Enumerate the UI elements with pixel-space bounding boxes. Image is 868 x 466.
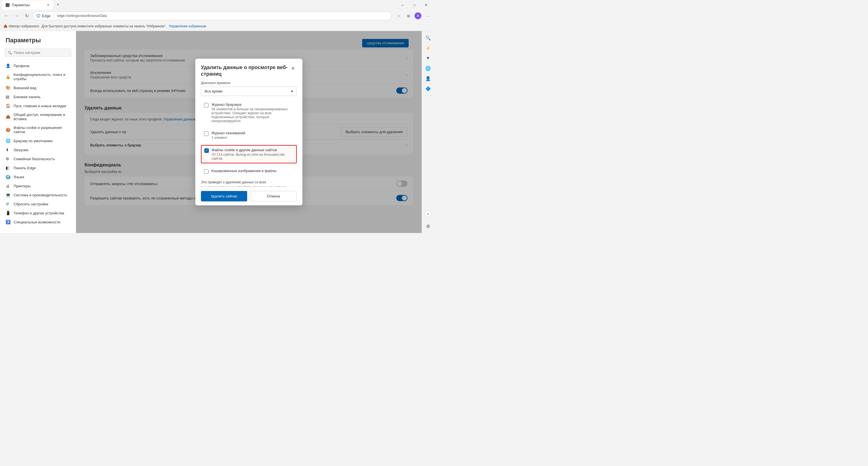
import-icon: 📥: [3, 24, 8, 28]
cookies-desc: От 114 сайтов. Выход из сети на большинс…: [212, 153, 293, 161]
browser-content: Параметры 🔍 👤 Профили 🔒 Конфиденциальнос…: [0, 31, 434, 233]
cache-checkbox-item[interactable]: Кэшированные изображения и файлы: [201, 166, 297, 176]
downloads-desc: 1 элемент: [211, 136, 293, 140]
sidebar-item-newtab[interactable]: 🏠 Пуск, главная и новые вкладки: [0, 101, 76, 110]
sidebar-item-label: Семейная безопасность: [13, 157, 55, 161]
minimize-button[interactable]: ─: [397, 1, 408, 9]
time-range-label: Диапазон времени: [201, 81, 297, 85]
cache-checkbox[interactable]: [204, 169, 209, 174]
time-range-select[interactable]: Все время ▾: [201, 87, 297, 96]
modal-header: Удалить данные о просмотре веб-страниц ✕: [195, 59, 302, 81]
sidebar-item-cookies[interactable]: 🍪 Файлы cookie и разрешения сайтов: [0, 123, 76, 136]
import-label: Импорт избранного: [9, 24, 39, 28]
profile-button[interactable]: A: [414, 11, 422, 20]
downloads-title: Журнал скачиваний: [211, 131, 293, 135]
family-icon: ⚙: [6, 156, 10, 161]
address-bar[interactable]: Edge | edge://settings/clearBrowserData: [33, 11, 392, 20]
sidebar-item-label: Внешний вид: [13, 86, 36, 90]
import-favorites-button[interactable]: 📥 Импорт избранного: [3, 24, 39, 28]
history-checkbox[interactable]: [204, 103, 209, 108]
modal-close-button[interactable]: ✕: [289, 64, 297, 72]
lightning-toolbar-button[interactable]: ⚡: [424, 43, 433, 53]
sidebar-item-accessibility[interactable]: ♿ Специальные возможности: [0, 217, 76, 227]
modal-overlay: Удалить данные о просмотре веб-страниц ✕…: [76, 31, 422, 233]
office-toolbar-button[interactable]: 🔷: [424, 84, 433, 93]
address-separator: |: [53, 14, 54, 18]
sidebar-item-label: Загрузки: [13, 148, 28, 152]
sidebar-item-label: Панель Edge: [13, 166, 36, 170]
sidebar-item-phone[interactable]: 📱 Телефон и другие устройства: [0, 208, 76, 217]
info-text-part1: Это приведет к удалению данных со всех с…: [201, 180, 286, 187]
favorites-button[interactable]: ☆: [395, 11, 403, 20]
cookies-checkbox-item[interactable]: ✓ Файлы cookie и другие данные сайтов От…: [201, 145, 297, 163]
close-button[interactable]: ✕: [421, 1, 432, 9]
sidebar-item-label: Файлы cookie и разрешения сайтов: [13, 125, 70, 134]
cookies-checkbox[interactable]: ✓: [204, 148, 209, 153]
sidebar-item-printers[interactable]: 🖨 Принтеры: [0, 181, 76, 191]
reset-icon: ↺: [6, 202, 10, 206]
sidebar-item-family[interactable]: ⚙ Семейная безопасность: [0, 154, 76, 163]
checkbox-list: Журнал браузера 39 элементов и больше на…: [201, 100, 297, 176]
sidebar-item-system[interactable]: 💻 Система и производительность: [0, 191, 76, 199]
more-button[interactable]: ···: [423, 11, 432, 20]
sidebar-item-profiles[interactable]: 👤 Профили: [0, 61, 76, 70]
cache-title: Кэшированные изображения и файлы: [211, 169, 293, 173]
sidebar-item-default-browser[interactable]: 🌐 Браузер по умолчанию: [0, 136, 76, 145]
new-tab-button[interactable]: +: [54, 1, 62, 8]
sidebar-item-reset[interactable]: ↺ Сбросить настройки: [0, 199, 76, 208]
search-box[interactable]: 🔍: [4, 49, 71, 57]
history-checkbox-item[interactable]: Журнал браузера 39 элементов и больше на…: [201, 100, 297, 125]
heart-toolbar-button[interactable]: ♥: [424, 54, 433, 63]
sidebar-item-label: Браузер по умолчанию: [13, 139, 53, 143]
sidebar-nav: 👤 Профили 🔒 Конфиденциальность, поиск и …: [0, 61, 76, 227]
history-text: Журнал браузера 39 элементов и больше на…: [211, 103, 293, 123]
edge-logo-icon: [36, 14, 40, 18]
edge-bar-icon: ◧: [6, 166, 10, 170]
printers-icon: 🖨: [6, 184, 10, 188]
refresh-button[interactable]: ↻: [23, 11, 31, 20]
manage-favorites-link[interactable]: Управление избранным: [169, 24, 206, 28]
modal-footer: Удалить сейчас Отмена: [195, 187, 302, 205]
active-tab[interactable]: ⚙ Параметры ✕: [2, 1, 53, 9]
newtab-icon: 🏠: [6, 104, 10, 108]
cancel-button[interactable]: Отмена: [250, 191, 297, 201]
add-toolbar-button[interactable]: +: [425, 210, 431, 217]
appearance-icon: 🎨: [6, 85, 10, 90]
settings-sidebar: Параметры 🔍 👤 Профили 🔒 Конфиденциальнос…: [0, 31, 76, 233]
sidebar-item-privacy[interactable]: 🔒 Конфиденциальность, поиск и службы: [0, 70, 76, 83]
sidebar-item-label: Боковая панель: [13, 95, 40, 99]
sidebar-item-edge-bar[interactable]: ◧ Панель Edge: [0, 163, 76, 172]
profile-icon: A: [414, 12, 421, 19]
search-toolbar-button[interactable]: 🔍: [424, 33, 433, 42]
settings-toolbar-button[interactable]: ⚙: [424, 222, 433, 231]
sidebar-item-downloads[interactable]: ⬇ Загрузки: [0, 145, 76, 154]
user-toolbar-button[interactable]: 👤: [424, 74, 433, 83]
history-title: Журнал браузера: [211, 103, 293, 107]
downloads-checkbox[interactable]: [204, 132, 209, 136]
forward-button[interactable]: →: [12, 11, 21, 20]
tab-close-button[interactable]: ✕: [47, 3, 50, 7]
title-bar: ⚙ Параметры ✕ + ─ □ ✕: [0, 0, 434, 10]
dropdown-arrow-icon: ▾: [291, 89, 293, 93]
search-input[interactable]: [14, 51, 68, 55]
sidebar-item-label: Специальные возможности: [13, 220, 60, 224]
collections-button[interactable]: ⊞: [404, 11, 412, 20]
right-toolbar: 🔍 ⚡ ♥ 🌐 👤 🔷 + ⚙: [422, 31, 434, 233]
sidebar-item-appearance[interactable]: 🎨 Внешний вид: [0, 83, 76, 92]
sidebar-item-sidebar[interactable]: ▤ Боковая панель: [0, 92, 76, 101]
back-button[interactable]: ←: [2, 11, 11, 20]
sidebar-item-sharing[interactable]: 📤 Общий доступ, копирование и вставка: [0, 110, 76, 123]
globe-toolbar-button[interactable]: 🌐: [424, 64, 433, 73]
cookies-text: Файлы cookie и другие данные сайтов От 1…: [212, 148, 293, 161]
downloads-checkbox-item[interactable]: Журнал скачиваний 1 элемент: [201, 128, 297, 142]
delete-now-button[interactable]: Удалить сейчас: [201, 191, 247, 201]
privacy-icon: 🔒: [6, 75, 10, 79]
sidebar-item-label: Языки: [13, 175, 24, 179]
sidebar-item-languages[interactable]: 🌍 Языки: [0, 172, 76, 181]
modal-info-text: Это приведет к удалению данных со всех с…: [201, 180, 297, 187]
maximize-button[interactable]: □: [409, 1, 420, 9]
tab-title: Параметры: [12, 3, 30, 7]
downloads-icon: ⬇: [6, 148, 10, 152]
downloads-text: Журнал скачиваний 1 элемент: [211, 131, 293, 140]
clear-data-modal: Удалить данные о просмотре веб-страниц ✕…: [195, 59, 302, 205]
